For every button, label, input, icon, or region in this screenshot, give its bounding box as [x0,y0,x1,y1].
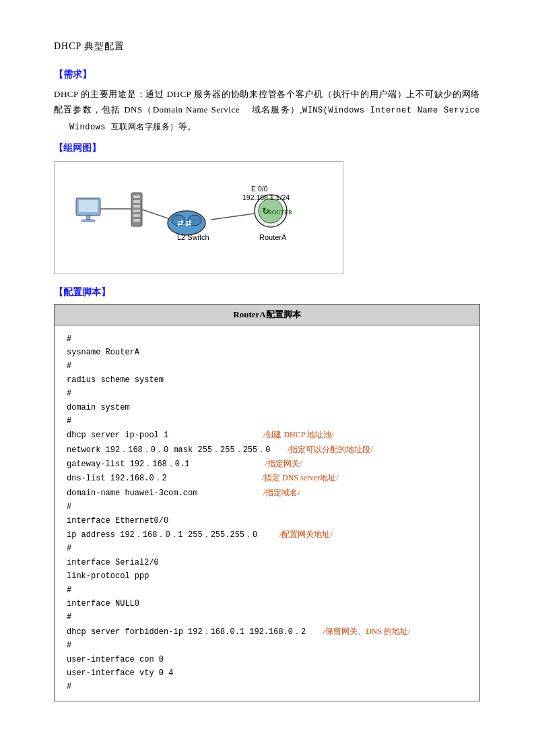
config-line: # [67,584,467,597]
config-line: interface Serial2/0 [67,556,467,569]
svg-rect-7 [133,200,140,203]
config-body: #sysname RouterA#radius scheme system#do… [55,325,479,701]
config-line: link-protocol ppp [67,569,467,583]
config-code: # [67,584,71,597]
svg-rect-3 [81,220,95,222]
svg-rect-1 [79,200,98,212]
requirements-header: 【需求】 [54,69,480,81]
config-line: # [67,359,467,373]
config-line: user-interface con 0 [67,653,467,666]
config-code: interface Serial2/0 [67,556,159,569]
config-table-title: RouterA配置脚本 [55,304,480,325]
network-diagram-svg: ⇄ ⇄ L2 Switch ↻ ROUTER RouterA E 0/0 192… [64,172,333,267]
config-comment: /指定域名/ [263,486,300,499]
config-code: # [67,542,71,555]
config-comment: /指定可以分配的地址段/ [288,443,373,456]
ip-label: 192.168.1.1/24 [242,193,290,201]
config-code: ip address 192．168．0．1 255．255.255．0 [67,528,277,542]
config-line: radius scheme system [67,373,467,387]
config-code: domain system [67,401,130,414]
config-code: radius scheme system [67,373,164,387]
svg-rect-8 [133,205,140,208]
config-code: # [67,610,71,624]
pc-icon [76,198,100,222]
config-code: user-interface vty 0 4 [67,666,173,680]
config-code: gateway-list 192．168．0.1 [67,458,262,471]
config-line: domain-name huawei-3com.com /指定域名/ [67,486,467,500]
config-comment: /创建 DHCP 地址池/ [263,428,333,441]
config-code: # [67,639,71,652]
config-comment: /指定 DNS server地址/ [262,471,339,484]
config-line: interface Ethernet0/0 [67,514,467,528]
config-code: domain-name huawei-3com.com [67,486,261,500]
requirements-section: 【需求】 DHCP 的主要用途是：通过 DHCP 服务器的协助来控管各个客户机（… [54,69,480,135]
config-code: dhcp server forbidden-ip 192．168.0.1 192… [67,625,321,639]
config-code: sysname RouterA [67,346,139,359]
config-table: RouterA配置脚本 #sysname RouterA#radius sche… [54,304,480,701]
network-diagram-section: 【组网图】 [54,142,480,274]
svg-text:⇄: ⇄ [177,219,184,227]
config-code: # [67,500,71,513]
config-line: network 192．168．0．0 mask 255．255．255．0 /… [67,443,467,457]
config-code: interface Ethernet0/0 [67,514,168,528]
config-code: link-protocol ppp [67,569,149,583]
config-line: dhcp server ip-pool 1 /创建 DHCP 地址池/ [67,428,467,442]
config-line: ip address 192．168．0．1 255．255.255．0 /配置… [67,528,467,542]
config-code: dhcp server ip-pool 1 [67,429,261,442]
config-code: network 192．168．0．0 mask 255．255．255．0 [67,443,285,457]
config-code: # [67,414,71,428]
svg-rect-10 [133,214,140,217]
l2-switch-icon: ⇄ ⇄ [168,211,205,235]
diagram-box: ⇄ ⇄ L2 Switch ↻ ROUTER RouterA E 0/0 192… [54,161,343,274]
config-code: user-interface con 0 [67,653,164,666]
svg-rect-9 [133,210,140,212]
page-title: DHCP 典型配置 [54,40,480,53]
config-line: interface NULL0 [67,597,467,610]
config-script-section: 【配置脚本】 RouterA配置脚本 #sysname RouterA#radi… [54,286,480,701]
config-code: # [67,359,71,373]
config-line: dhcp server forbidden-ip 192．168.0.1 192… [67,625,467,639]
config-code: # [67,387,71,400]
config-line: # [67,500,467,513]
network-diagram-header: 【组网图】 [54,142,480,154]
l2-switch-label: L2 Switch [177,233,209,241]
config-line: # [67,680,467,693]
config-comment: /指定网关/ [265,457,302,470]
config-comment: /配置网关地址/ [279,528,333,541]
requirements-text: DHCP 的主要用途是：通过 DHCP 服务器的协助来控管各个客户机（执行中的用… [54,86,480,135]
config-code: # [67,332,71,346]
interface-label: E 0/0 [251,185,268,193]
config-line: # [67,610,467,624]
svg-text:⇄: ⇄ [185,219,192,227]
config-code: dns-list 192.168.0．2 [67,472,259,485]
config-line: gateway-list 192．168．0.1 /指定网关/ [67,457,467,471]
svg-rect-6 [133,195,140,198]
svg-text:ROUTER: ROUTER [268,209,292,216]
config-script-header: 【配置脚本】 [54,286,480,298]
svg-line-18 [211,213,259,220]
router-a-label: RouterA [259,233,287,241]
config-comment: /保留网关、DNS 的地址/ [323,625,411,638]
svg-rect-2 [86,216,90,220]
config-code: interface NULL0 [67,597,139,610]
config-code: # [67,680,71,693]
svg-rect-11 [133,219,140,222]
config-line: # [67,542,467,555]
config-line: # [67,639,467,652]
config-line: domain system [67,401,467,414]
config-line: # [67,414,467,428]
config-line: # [67,387,467,400]
config-line: dns-list 192.168.0．2 /指定 DNS server地址/ [67,471,467,485]
config-line: # [67,332,467,346]
config-line: user-interface vty 0 4 [67,666,467,680]
config-line: sysname RouterA [67,346,467,359]
